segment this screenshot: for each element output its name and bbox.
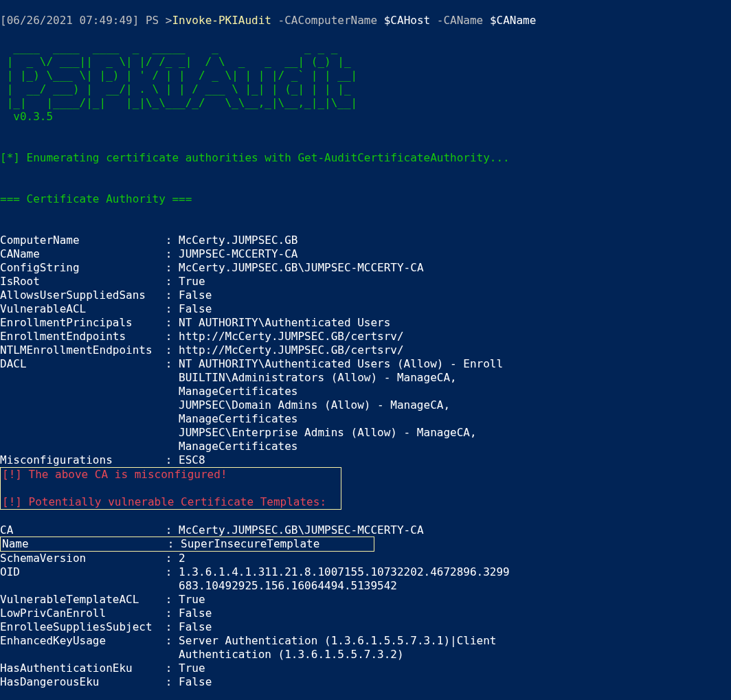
kv-value: McCerty.JUMPSEC.GB\JUMPSEC-MCCERTY-CA xyxy=(179,523,423,537)
kv-value: False xyxy=(179,289,212,302)
kv-key: Name xyxy=(2,537,161,550)
kv-value: False xyxy=(179,675,212,688)
ascii-banner-line: | _ \/ ___|| _ \| |/ /_ _| / \ _ _ __| (… xyxy=(0,55,351,68)
kv-key: NTLMEnrollmentEndpoints xyxy=(0,343,159,357)
ascii-banner-line: | __/ ___) | __/| . \ | | / ___ \ |_| | … xyxy=(0,82,351,95)
prompt-arg2-value: $CAName xyxy=(490,14,536,27)
version-label: v0.3.5 xyxy=(0,110,53,123)
kv-key: VulnerableACL xyxy=(0,302,159,315)
kv-value: False xyxy=(179,620,212,633)
kv-key: AllowsUserSuppliedSans xyxy=(0,289,159,302)
kv-value: True xyxy=(179,662,205,675)
kv-key: ConfigString xyxy=(0,261,159,274)
kv-key: SchemaVersion xyxy=(0,552,159,565)
ascii-banner-line: ____ ____ ____ _ _____ _ _ _ _ xyxy=(0,41,337,54)
alert-vulnerable-templates: [!] Potentially vulnerable Certificate T… xyxy=(2,495,326,508)
prompt-arg1-name: -CAComputerName xyxy=(271,14,384,27)
kv-value: 1.3.6.1.4.1.311.21.8.1007155.10732202.46… xyxy=(179,565,510,578)
kv-value: JUMPSEC-MCCERTY-CA xyxy=(179,247,297,260)
kv-key: EnrollmentEndpoints xyxy=(0,330,159,343)
kv-key: OID xyxy=(0,565,159,578)
kv-key: CAName xyxy=(0,247,159,260)
kv-value: SuperInsecureTemplate xyxy=(181,537,319,550)
kv-key: DACL xyxy=(0,357,159,370)
kv-key: IsRoot xyxy=(0,275,159,288)
kv-value: http://McCerty.JUMPSEC.GB/certsrv/ xyxy=(179,343,404,357)
kv-key: EnrolleeSuppliesSubject xyxy=(0,620,159,633)
prompt-arg1-value: $CAHost xyxy=(384,14,430,27)
status-enumerating: [*] Enumerating certificate authorities … xyxy=(0,151,510,164)
kv-key: LowPrivCanEnroll xyxy=(0,607,159,620)
kv-value: http://McCerty.JUMPSEC.GB/certsrv/ xyxy=(179,330,404,343)
prompt-ps: PS > xyxy=(139,14,172,27)
kv-key: CA xyxy=(0,523,159,537)
kv-value-cont: ManageCertificates xyxy=(0,385,297,398)
kv-key: Misconfigurations xyxy=(0,453,159,466)
kv-value-cont: ManageCertificates xyxy=(0,412,297,425)
kv-key: EnhancedKeyUsage xyxy=(0,634,159,647)
kv-key: HasDangerousEku xyxy=(0,675,159,688)
kv-key: EnrollmentPrincipals xyxy=(0,316,159,329)
kv-value: Server Authentication (1.3.6.1.5.5.7.3.1… xyxy=(179,634,496,647)
template-name-highlight: Name : SuperInsecureTemplate xyxy=(0,537,374,552)
alert-misconfigured: [!] The above CA is misconfigured! xyxy=(2,468,227,481)
kv-value-cont: JUMPSEC\Domain Admins (Allow) - ManageCA… xyxy=(0,398,450,411)
kv-value: NT AUTHORITY\Authenticated Users (Allow)… xyxy=(179,357,503,370)
kv-key: ComputerName xyxy=(0,234,159,247)
kv-value: ESC8 xyxy=(179,453,205,466)
prompt-command: Invoke-PKIAudit xyxy=(172,14,271,27)
kv-value: True xyxy=(179,593,205,606)
terminal-output: [06/26/2021 07:49:49] PS >Invoke-PKIAudi… xyxy=(0,0,731,689)
ascii-banner-line: | |_) \___ \| |_) | ' / | | / _ \| | | |… xyxy=(0,69,357,82)
kv-value-cont: JUMPSEC\Enterprise Admins (Allow) - Mana… xyxy=(0,426,477,439)
section-header-ca: === Certificate Authority === xyxy=(0,192,192,205)
prompt-arg2-name: -CAName xyxy=(430,14,490,27)
ascii-banner-line: |_| |____/|_| |_|\_\___/_/ \_\__,_|\__,_… xyxy=(0,96,357,109)
kv-key: VulnerableTemplateACL xyxy=(0,593,159,606)
kv-key: HasAuthenticationEku xyxy=(0,662,159,675)
kv-value-cont: ManageCertificates xyxy=(0,440,297,453)
kv-value: McCerty.JUMPSEC.GB xyxy=(179,234,297,247)
kv-value: McCerty.JUMPSEC.GB\JUMPSEC-MCCERTY-CA xyxy=(179,261,423,274)
kv-value-cont: BUILTIN\Administrators (Allow) - ManageC… xyxy=(0,371,457,384)
kv-value-cont: Authentication (1.3.6.1.5.5.7.3.2) xyxy=(0,648,404,661)
kv-value: NT AUTHORITY\Authenticated Users xyxy=(179,316,390,329)
alert-highlight-box: [!] The above CA is misconfigured! [!] P… xyxy=(0,467,341,510)
kv-value: False xyxy=(179,302,212,315)
prompt-timestamp: [06/26/2021 07:49:49] xyxy=(0,14,139,27)
kv-value-cont: 683.10492925.156.16064494.5139542 xyxy=(0,579,397,592)
kv-value: True xyxy=(179,275,205,288)
kv-value: 2 xyxy=(179,552,185,565)
kv-value: False xyxy=(179,607,212,620)
